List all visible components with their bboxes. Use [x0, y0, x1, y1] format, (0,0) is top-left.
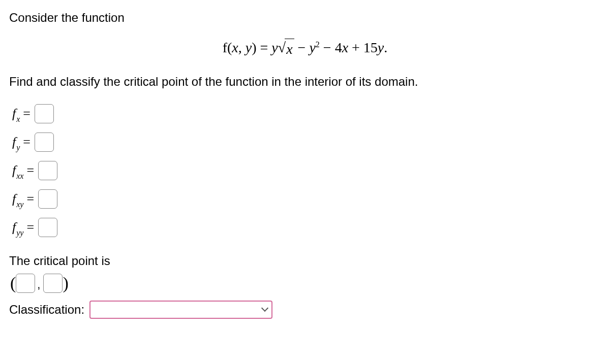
fxx-eq: = [26, 161, 34, 180]
fx-eq: = [23, 105, 30, 123]
eq-plus: + [348, 40, 363, 55]
fxy-input[interactable] [38, 189, 57, 209]
eq-t1-y: y [271, 40, 278, 55]
fy-eq: = [23, 133, 30, 151]
eq-lhs-comma: , [238, 40, 246, 55]
fxx-input[interactable] [38, 161, 57, 180]
eq-t2-exp: 2 [316, 40, 320, 48]
classification-row: Classification: [9, 300, 601, 319]
eq-lhs-f: f [223, 40, 227, 55]
fx-input[interactable] [35, 104, 54, 123]
eq-lhs-open: ( [227, 40, 232, 55]
classification-select-wrap [89, 300, 272, 319]
fyy-sub: yy [16, 227, 23, 239]
paren-open: ( [10, 275, 16, 292]
fxy-eq: = [26, 190, 34, 208]
eq-equals: = [260, 40, 272, 55]
classification-label: Classification: [9, 301, 84, 318]
row-fx: fx = [12, 103, 601, 124]
critical-point-header: The critical point is [9, 252, 601, 270]
critical-comma: , [37, 277, 40, 293]
eq-t4-var: y [378, 40, 384, 55]
critical-y-input[interactable] [43, 274, 63, 293]
classification-select[interactable] [89, 301, 272, 319]
fxx-sub: xx [16, 171, 23, 182]
sqrt-radicand: x [285, 39, 294, 59]
eq-lhs-close: ) [252, 40, 260, 55]
instruction-text: Find and classify the critical point of … [9, 73, 601, 90]
fy-sub: y [16, 142, 20, 153]
fy-f: f [12, 133, 16, 151]
eq-t3-var: x [342, 40, 348, 55]
row-fyy: fyy = [12, 217, 601, 238]
row-fxx: fxx = [12, 160, 601, 181]
eq-t4-coef: 15 [363, 40, 378, 55]
critical-x-input[interactable] [16, 274, 35, 293]
eq-t3-coef: 4 [335, 40, 342, 55]
row-fy: fy = [12, 131, 601, 153]
fyy-input[interactable] [38, 218, 57, 237]
fy-input[interactable] [35, 133, 54, 152]
eq-minus1: − [294, 40, 310, 55]
fxy-f: f [12, 190, 16, 208]
fx-f: f [12, 105, 16, 123]
fyy-eq: = [26, 218, 34, 237]
eq-minus2: − [320, 40, 335, 55]
row-fxy: fxy = [12, 188, 601, 210]
derivative-inputs: fx = fy = fxx = fxy = fyy = [12, 103, 601, 238]
fyy-f: f [12, 218, 16, 237]
critical-point-row: ( , ) [10, 274, 601, 293]
eq-t2-y: y [309, 40, 315, 55]
fxx-f: f [12, 161, 16, 180]
eq-lhs-x: x [232, 40, 238, 55]
fxy-sub: xy [16, 199, 23, 210]
paren-close: ) [63, 275, 68, 292]
function-equation: f(x, y) = y√x − y2 − 4x + 15y. [9, 38, 601, 59]
fx-sub: x [16, 114, 20, 125]
prompt-intro: Consider the function [9, 9, 601, 26]
eq-period: . [384, 40, 387, 55]
eq-lhs-y: y [246, 40, 252, 55]
eq-sqrt: √x [278, 38, 294, 59]
